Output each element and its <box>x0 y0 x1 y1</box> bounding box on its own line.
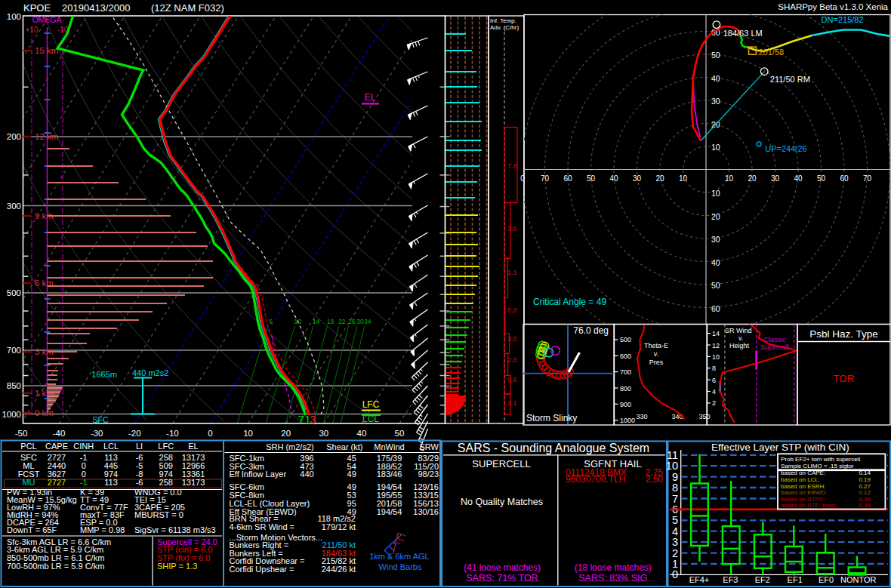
svg-text:MBURST = 0: MBURST = 0 <box>134 510 183 519</box>
svg-text:Critical Angle = 49: Critical Angle = 49 <box>533 297 606 307</box>
svg-text:60: 60 <box>563 174 572 183</box>
svg-text:1000: 1000 <box>2 410 21 419</box>
svg-text:800: 800 <box>620 385 631 393</box>
svg-text:EF4+: EF4+ <box>689 575 710 584</box>
svg-text:Corfidi Upshear =: Corfidi Upshear = <box>230 565 294 574</box>
svg-text:40: 40 <box>609 174 618 183</box>
svg-text:(18 loose matches): (18 loose matches) <box>575 562 652 573</box>
svg-text:0.6: 0.6 <box>507 376 517 383</box>
svg-text:2: 2 <box>672 547 678 559</box>
svg-text:40: 40 <box>711 258 720 267</box>
svg-text:-50: -50 <box>15 429 28 438</box>
svg-text:EL: EL <box>365 92 376 103</box>
svg-text:Inf. Temp.: Inf. Temp. <box>490 17 516 24</box>
svg-text:11: 11 <box>667 449 678 461</box>
svg-text:5: 5 <box>672 514 678 526</box>
svg-text:DownT = 65F: DownT = 65F <box>7 525 57 534</box>
svg-text:-1: -1 <box>80 453 88 462</box>
svg-text:14: 14 <box>712 330 720 337</box>
svg-text:3: 3 <box>310 413 316 426</box>
svg-text:SHARPpy Beta v1.3.0 Xenia: SHARPpy Beta v1.3.0 Xenia <box>778 2 888 11</box>
svg-text:50: 50 <box>395 429 405 438</box>
svg-text:LFC: LFC <box>158 442 174 451</box>
svg-text:SFC: SFC <box>20 453 37 462</box>
svg-text:0.39: 0.39 <box>859 502 871 509</box>
svg-text:130/16: 130/16 <box>413 507 439 516</box>
svg-text:50: 50 <box>711 51 720 60</box>
svg-text:14: 14 <box>313 318 320 325</box>
svg-text:20: 20 <box>748 174 757 183</box>
svg-text:211/50 RM: 211/50 RM <box>770 75 810 84</box>
svg-text:49: 49 <box>347 469 356 479</box>
svg-text:-40: -40 <box>53 429 66 438</box>
svg-text:Theta-E: Theta-E <box>644 342 668 349</box>
svg-text:60: 60 <box>840 174 849 183</box>
svg-text:700: 700 <box>620 368 631 376</box>
svg-text:7.8: 7.8 <box>507 162 517 170</box>
svg-text:3.0: 3.0 <box>507 335 517 343</box>
svg-text:50: 50 <box>817 174 826 183</box>
svg-text:22: 22 <box>338 318 346 325</box>
svg-text:7: 7 <box>672 493 678 505</box>
svg-text:18: 18 <box>327 318 335 325</box>
svg-text:34: 34 <box>364 318 372 325</box>
svg-text:CAPE: CAPE <box>45 442 68 451</box>
svg-text:113: 113 <box>104 453 118 462</box>
svg-text:EL: EL <box>188 442 198 451</box>
svg-text:-6: -6 <box>136 453 143 462</box>
svg-text:258: 258 <box>159 478 173 487</box>
svg-text:1km & 6km AGL: 1km & 6km AGL <box>369 552 429 561</box>
svg-text:40: 40 <box>357 429 367 438</box>
svg-text:184/63 LM: 184/63 LM <box>723 29 763 38</box>
svg-text:0 km: 0 km <box>35 408 54 417</box>
svg-text:440: 440 <box>300 469 313 479</box>
svg-text:13173: 13173 <box>182 478 205 487</box>
svg-text:NONTOR: NONTOR <box>840 575 877 584</box>
svg-text:60: 60 <box>711 304 720 313</box>
svg-text:850: 850 <box>7 381 21 390</box>
svg-text:244/26 kt: 244/26 kt <box>322 565 356 574</box>
svg-text:200: 200 <box>7 132 21 141</box>
svg-text:Height: Height <box>729 342 750 349</box>
svg-text:8: 8 <box>672 482 678 494</box>
svg-text:DN=215/82: DN=215/82 <box>822 15 864 24</box>
svg-text:13173: 13173 <box>182 453 205 462</box>
svg-text:12: 12 <box>712 342 720 349</box>
svg-text:2727: 2727 <box>48 478 66 487</box>
svg-text:SUPERCELL: SUPERCELL <box>472 458 530 469</box>
svg-text:4-6km SR Wind =: 4-6km SR Wind = <box>230 522 295 531</box>
svg-text:600: 600 <box>620 352 631 360</box>
svg-text:8: 8 <box>712 365 716 372</box>
svg-text:MnWind: MnWind <box>374 442 404 451</box>
svg-text:+10: +10 <box>26 26 39 34</box>
svg-text:0: 0 <box>520 174 525 183</box>
svg-text:SARS: 71% TOR: SARS: 71% TOR <box>466 573 538 583</box>
svg-text:100: 100 <box>7 12 21 21</box>
svg-text:9: 9 <box>672 471 678 483</box>
svg-text:40: 40 <box>711 74 720 83</box>
svg-text:0: 0 <box>208 429 212 438</box>
svg-text:113: 113 <box>104 478 118 487</box>
svg-text:EF3: EF3 <box>723 575 738 584</box>
svg-text:10: 10 <box>243 429 253 438</box>
svg-text:96030700.TLH: 96030700.TLH <box>566 474 625 485</box>
svg-text:30: 30 <box>771 174 780 183</box>
svg-text:50: 50 <box>711 281 720 290</box>
svg-text:30: 30 <box>319 429 328 438</box>
svg-text:3.5: 3.5 <box>507 225 517 232</box>
svg-text:No Quality Matches: No Quality Matches <box>461 497 543 507</box>
svg-text:KPOE: KPOE <box>23 2 51 14</box>
svg-text:194/54: 194/54 <box>377 507 402 516</box>
svg-text:SRW: SRW <box>420 442 439 451</box>
svg-text:3.1: 3.1 <box>507 399 517 407</box>
svg-text:179/12 kt: 179/12 kt <box>322 522 356 531</box>
svg-text:30: 30 <box>633 174 642 183</box>
svg-text:based on STP_fixed:: based on STP_fixed: <box>781 502 837 509</box>
svg-text:340: 340 <box>671 413 683 420</box>
svg-text:LFC: LFC <box>362 399 380 410</box>
svg-text:50: 50 <box>587 174 596 183</box>
svg-text:500: 500 <box>7 288 21 297</box>
svg-text:20190413/2000: 20190413/2000 <box>62 2 130 14</box>
svg-text:SARS - Sounding Analogue Syste: SARS - Sounding Analogue System <box>458 442 649 454</box>
svg-text:10: 10 <box>711 143 720 152</box>
